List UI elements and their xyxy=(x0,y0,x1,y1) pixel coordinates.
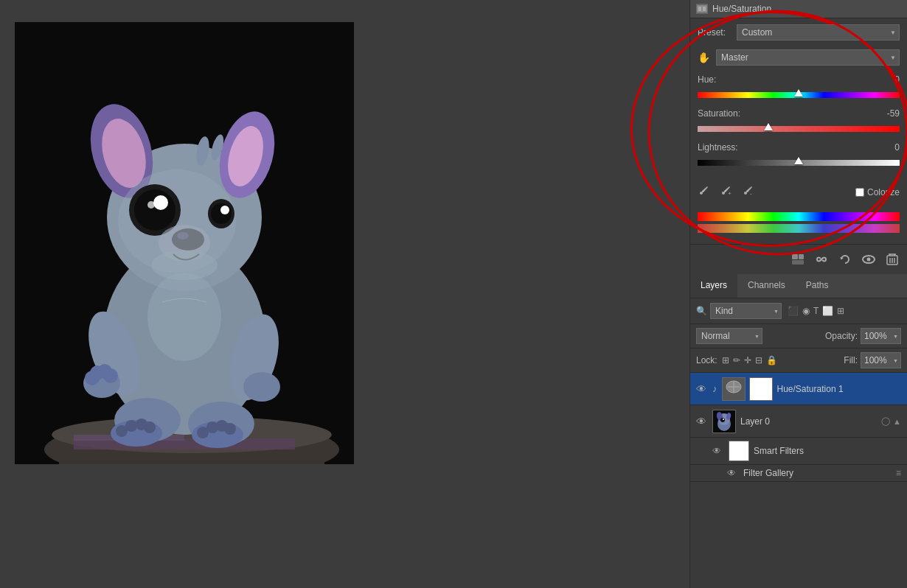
colorize-label[interactable]: Colorize xyxy=(855,187,900,197)
preset-select-wrapper[interactable]: Custom Default Save Preset... xyxy=(737,24,900,41)
sub-layer-filter-gallery[interactable]: 👁 Filter Gallery ≡ xyxy=(690,465,907,482)
preset-select[interactable]: Custom Default Save Preset... xyxy=(737,24,900,41)
tab-channels[interactable]: Channels xyxy=(737,274,796,298)
color-strip-top xyxy=(698,212,900,221)
lock-artboard-icon[interactable]: ⊟ xyxy=(755,355,762,365)
light-slider-container[interactable] xyxy=(698,155,900,170)
lock-all-icon[interactable]: 🔒 xyxy=(766,355,777,365)
lock-row: Lock: ⊞ ✏ ✛ ⊟ 🔒 Fill: 100% 75% 50% 25% 0… xyxy=(690,349,907,373)
lock-icons: ⊞ ✏ ✛ ⊟ 🔒 xyxy=(722,355,777,365)
smart-filters-thumb xyxy=(729,441,749,461)
fill-select-wrapper[interactable]: 100% 75% 50% 25% 0% xyxy=(861,352,901,368)
blend-opacity-row: Normal Dissolve Darken Multiply Color Bu… xyxy=(690,324,907,349)
smart-filters-eye[interactable]: 👁 xyxy=(712,446,724,456)
opacity-label: Opacity: xyxy=(825,331,858,341)
sat-track[interactable] xyxy=(698,126,900,132)
eyedropper2-icon[interactable]: + xyxy=(720,185,731,199)
tools-row: + - Colorize xyxy=(690,179,907,205)
svg-point-12 xyxy=(125,420,137,432)
lightness-row: Lightness: 0 xyxy=(698,142,900,170)
smartobject-filter-icon[interactable]: ⊞ xyxy=(837,306,844,316)
svg-point-35 xyxy=(134,189,176,231)
tab-paths[interactable]: Paths xyxy=(796,274,839,298)
tab-layers[interactable]: Layers xyxy=(690,274,737,298)
layer-mask-hs xyxy=(749,377,773,401)
sat-slider-container[interactable] xyxy=(698,122,900,136)
kind-select[interactable]: Kind Name Effect Mode Attribute Color Sm… xyxy=(710,303,782,319)
visibility-icon[interactable] xyxy=(860,251,878,268)
opacity-select-wrapper[interactable]: 100% 75% 50% 25% 0% xyxy=(861,328,901,344)
layer-thumb-hs xyxy=(722,377,746,401)
filter-gallery-eye[interactable]: 👁 xyxy=(727,468,739,478)
blend-select[interactable]: Normal Dissolve Darken Multiply Color Bu… xyxy=(696,328,762,344)
delete-icon[interactable] xyxy=(883,251,901,268)
svg-rect-50 xyxy=(703,7,706,11)
pixel-layer-filter-icon[interactable]: ⬛ xyxy=(788,306,799,316)
right-panel: Hue/Saturation Preset: Custom Default Sa… xyxy=(689,0,907,588)
sub-layer-smart-filters[interactable]: 👁 Smart Filters xyxy=(690,438,907,465)
opacity-select[interactable]: 100% 75% 50% 25% 0% xyxy=(861,328,901,344)
lock-pixels-icon[interactable]: ✏ xyxy=(733,355,740,365)
sliders-section: Hue: 0 Saturation: -59 xyxy=(690,71,907,179)
preset-row: Preset: Custom Default Save Preset... xyxy=(690,18,907,46)
shape-filter-icon[interactable]: ⬜ xyxy=(822,306,833,316)
filter-gallery-expand[interactable]: ≡ xyxy=(896,468,901,478)
svg-point-51 xyxy=(700,192,703,195)
sat-value: -59 xyxy=(878,108,900,119)
layer-mask-white xyxy=(750,378,772,400)
layer-item-layer0[interactable]: 👁 Layer 0 ◯ ▲ xyxy=(690,405,907,438)
light-value: 0 xyxy=(878,142,900,153)
canvas-area xyxy=(0,0,689,588)
colorize-checkbox[interactable] xyxy=(855,188,864,197)
hue-thumb[interactable] xyxy=(794,89,803,97)
smart-object-icon[interactable]: ◯ xyxy=(881,416,890,426)
svg-text:+: + xyxy=(728,190,731,197)
hs-panel-title: Hue/Saturation xyxy=(712,4,771,14)
channel-hand-icon[interactable]: ✋ xyxy=(698,52,710,63)
hue-label: Hue: xyxy=(698,74,716,85)
kind-select-wrapper[interactable]: Kind Name Effect Mode Attribute Color Sm… xyxy=(710,303,782,319)
light-thumb[interactable] xyxy=(794,157,803,164)
eyedropper3-icon[interactable]: - xyxy=(742,185,754,199)
layers-toolbar xyxy=(690,245,907,274)
lock-position-icon[interactable]: ✛ xyxy=(744,355,751,365)
fill-label: Fill: xyxy=(844,355,858,365)
undo-icon[interactable] xyxy=(836,251,854,268)
sat-thumb[interactable] xyxy=(764,123,773,130)
filter-gallery-name: Filter Gallery xyxy=(743,468,793,478)
channel-select-wrapper[interactable]: Master Reds Yellows Greens Cyans Blues M… xyxy=(716,49,900,66)
saturation-row: Saturation: -59 xyxy=(698,108,900,136)
adjustment-filter-icon[interactable]: ◉ xyxy=(802,306,810,316)
light-track[interactable] xyxy=(698,160,900,166)
type-filter-icon[interactable]: T xyxy=(813,306,819,316)
lock-transparent-icon[interactable]: ⊞ xyxy=(722,355,729,365)
expand-icon[interactable]: ▲ xyxy=(893,417,901,426)
layer-visibility-eye-hs[interactable]: 👁 xyxy=(696,383,708,395)
svg-point-39 xyxy=(211,203,232,224)
svg-point-18 xyxy=(224,423,236,435)
adjustment-layer-icon[interactable] xyxy=(789,251,807,268)
link-icon[interactable] xyxy=(813,251,830,268)
eyedropper1-icon[interactable] xyxy=(698,185,709,199)
svg-point-52 xyxy=(722,192,725,195)
light-label: Lightness: xyxy=(698,142,738,153)
color-strip-bottom xyxy=(698,224,900,233)
channel-select[interactable]: Master Reds Yellows Greens Cyans Blues M… xyxy=(716,49,900,66)
svg-point-54 xyxy=(744,192,747,195)
svg-point-40 xyxy=(220,206,229,214)
fill-select[interactable]: 100% 75% 50% 25% 0% xyxy=(861,352,901,368)
hue-track[interactable] xyxy=(698,92,900,98)
opacity-section: Opacity: 100% 75% 50% 25% 0% xyxy=(825,328,901,344)
search-icon: 🔍 xyxy=(696,306,707,316)
hue-value: 0 xyxy=(878,74,900,85)
blend-select-wrapper[interactable]: Normal Dissolve Darken Multiply Color Bu… xyxy=(696,328,762,344)
layer-item-hue-saturation[interactable]: 👁 ♪ Hue/Saturation 1 xyxy=(690,373,907,405)
lock-label: Lock: xyxy=(696,355,717,365)
svg-text:-: - xyxy=(750,190,752,197)
layer-chain-hs[interactable]: ♪ xyxy=(712,383,717,394)
hs-panel-icon xyxy=(696,4,708,14)
layer-visibility-eye-0[interactable]: 👁 xyxy=(696,416,708,427)
channel-row: ✋ Master Reds Yellows Greens Cyans Blues… xyxy=(690,46,907,71)
svg-point-79 xyxy=(723,419,724,420)
hue-slider-container[interactable] xyxy=(698,88,900,102)
